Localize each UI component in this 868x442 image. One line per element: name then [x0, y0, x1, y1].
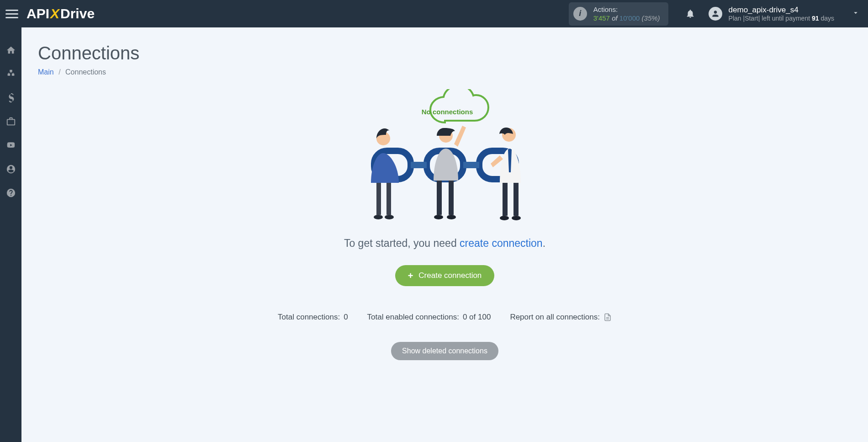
- briefcase-icon: [6, 117, 16, 127]
- sidebar: [0, 27, 21, 442]
- notifications-button[interactable]: [681, 9, 699, 19]
- plus-icon: +: [408, 271, 413, 280]
- svg-rect-12: [449, 181, 454, 215]
- bell-icon: [685, 9, 695, 19]
- svg-point-19: [512, 216, 521, 220]
- menu-toggle-button[interactable]: [5, 7, 18, 20]
- svg-point-8: [374, 215, 383, 219]
- svg-point-14: [447, 215, 456, 219]
- stat-enabled-connections: Total enabled connections: 0 of 100: [367, 313, 491, 322]
- show-deleted-button[interactable]: Show deleted connections: [391, 342, 498, 360]
- sidebar-item-billing[interactable]: [5, 92, 16, 103]
- user-text: demo_apix-drive_s4 Plan |Start| left unt…: [729, 5, 834, 22]
- actions-pct: (35%): [642, 14, 660, 22]
- sidebar-item-account[interactable]: [5, 164, 16, 175]
- home-icon: [6, 45, 16, 55]
- help-icon: [6, 188, 16, 198]
- svg-rect-6: [376, 183, 381, 215]
- svg-rect-16: [503, 183, 508, 216]
- stat-total-connections: Total connections: 0: [278, 313, 348, 322]
- user-icon: [6, 164, 16, 174]
- empty-msg-suffix: .: [543, 237, 545, 249]
- sidebar-item-help[interactable]: [5, 187, 16, 198]
- user-plan: Plan |Start| left until payment 91 days: [729, 15, 834, 22]
- actions-usage-text: Actions: 3'457 of 10'000 (35%): [593, 5, 660, 23]
- empty-state: No connections: [38, 89, 852, 360]
- cloud-text: No connections: [421, 108, 473, 116]
- svg-rect-17: [513, 183, 519, 216]
- info-icon: i: [573, 7, 587, 21]
- sitemap-icon: [6, 69, 16, 79]
- actions-of: of: [612, 14, 618, 22]
- sidebar-item-video[interactable]: [5, 140, 16, 151]
- logo[interactable]: API X Drive: [26, 6, 95, 21]
- svg-point-18: [500, 216, 509, 220]
- logo-text-drive: Drive: [60, 6, 95, 21]
- page-title: Connections: [38, 43, 852, 64]
- breadcrumb: Main / Connections: [38, 68, 852, 76]
- youtube-icon: [5, 141, 16, 150]
- breadcrumb-home-link[interactable]: Main: [38, 68, 54, 76]
- chevron-down-icon: [852, 9, 860, 17]
- topbar: API X Drive i Actions: 3'457 of 10'000 (…: [0, 0, 868, 27]
- svg-point-9: [385, 215, 394, 219]
- empty-msg-prefix: To get started, you need: [344, 237, 460, 249]
- create-connection-button[interactable]: + Create connection: [395, 265, 495, 286]
- document-icon: [603, 313, 612, 322]
- actions-limit: 10'000: [619, 14, 640, 22]
- create-btn-label: Create connection: [418, 271, 482, 280]
- breadcrumb-current: Connections: [65, 68, 106, 76]
- user-menu-chevron[interactable]: [838, 9, 863, 19]
- empty-message: To get started, you need create connecti…: [344, 237, 545, 250]
- avatar-icon: [709, 7, 722, 21]
- user-name: demo_apix-drive_s4: [729, 5, 834, 15]
- logo-text-x: X: [50, 6, 59, 21]
- actions-count: 3'457: [593, 14, 610, 22]
- breadcrumb-sep: /: [58, 68, 60, 76]
- svg-rect-11: [437, 181, 442, 215]
- main-content: Connections Main / Connections No connec…: [21, 27, 868, 442]
- stat-report-link[interactable]: Report on all connections:: [510, 313, 612, 322]
- sidebar-item-connections[interactable]: [5, 69, 16, 80]
- svg-point-13: [434, 215, 443, 219]
- svg-rect-7: [386, 183, 391, 215]
- create-connection-link[interactable]: create connection: [460, 237, 543, 249]
- actions-label: Actions:: [593, 5, 660, 14]
- actions-usage-box[interactable]: i Actions: 3'457 of 10'000 (35%): [569, 2, 668, 26]
- stats-row: Total connections: 0 Total enabled conne…: [278, 313, 612, 322]
- sidebar-item-home[interactable]: [5, 45, 16, 56]
- empty-illustration: No connections: [358, 89, 532, 226]
- sidebar-item-projects[interactable]: [5, 116, 16, 127]
- dollar-icon: [6, 93, 16, 103]
- logo-text-api: API: [26, 6, 49, 21]
- user-menu[interactable]: demo_apix-drive_s4 Plan |Start| left unt…: [709, 5, 834, 22]
